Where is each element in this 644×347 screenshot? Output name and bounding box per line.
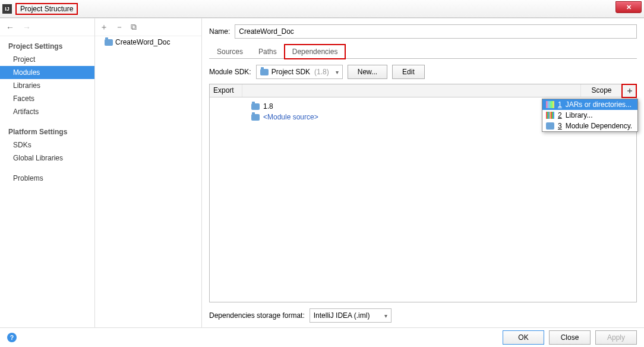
add-module-icon[interactable]: ＋ [100,22,108,33]
popup-item-jars[interactable]: 1 JARs or directories... [542,99,637,110]
sidebar-item-artifacts[interactable]: Artifacts [0,105,94,118]
platform-settings-head: Platform Settings [0,125,94,138]
name-label: Name: [209,27,230,36]
forward-icon[interactable]: → [23,23,31,32]
help-icon[interactable]: ? [7,333,17,342]
popup-label: Module Dependency. [566,122,633,130]
window-title: Project Structure [15,3,78,15]
app-icon: IJ [2,4,12,14]
project-settings-head: Project Settings [0,40,94,53]
edit-sdk-button[interactable]: Edit [392,65,425,79]
dep-header: Export Scope ＋ [210,84,636,97]
sidebar-item-libraries[interactable]: Libraries [0,79,94,92]
library-icon [546,112,554,119]
module-tree-panel: ＋ － ⧉ CreateWord_Doc [95,18,202,327]
popup-label: Library... [566,111,593,119]
sidebar-item-problems[interactable]: Problems [0,172,94,185]
tree-toolbar: ＋ － ⧉ [95,18,201,36]
sidebar: ← → Project Settings Project Modules Lib… [0,18,95,327]
dep-label: 1.8 [263,102,273,111]
copy-module-icon[interactable]: ⧉ [131,22,137,32]
remove-module-icon[interactable]: － [115,22,124,33]
close-icon[interactable] [615,1,642,13]
popup-item-library[interactable]: 2 Library... [542,110,637,121]
sidebar-item-global-libraries[interactable]: Global Libraries [0,152,94,165]
folder-icon [260,69,269,75]
add-dependency-popup: 1 JARs or directories... 2 Library... 3 … [542,99,638,132]
popup-shortcut: 3 [558,122,562,130]
sdk-version: (1.8) [314,68,329,76]
close-button[interactable]: Close [549,330,591,345]
apply-button[interactable]: Apply [595,330,637,345]
folder-icon [251,114,260,121]
add-dependency-button[interactable]: ＋ [622,84,636,97]
col-export[interactable]: Export [210,84,242,97]
storage-value: IntelliJ IDEA (.iml) [314,311,370,320]
footer: ? OK Close Apply [0,327,644,347]
tabs: Sources Paths Dependencies [209,45,637,59]
storage-format-combo[interactable]: IntelliJ IDEA (.iml) [310,308,392,323]
back-icon[interactable]: ← [6,23,14,32]
popup-label: JARs or directories... [566,100,632,109]
sdk-value: Project SDK [272,68,310,76]
new-sdk-button[interactable]: New... [348,65,387,79]
popup-shortcut: 1 [558,100,562,109]
sidebar-item-facets[interactable]: Facets [0,92,94,105]
storage-format-label: Dependencies storage format: [209,311,305,320]
ok-button[interactable]: OK [503,330,544,345]
sidebar-item-project[interactable]: Project [0,53,94,66]
col-name [242,84,580,97]
tab-dependencies[interactable]: Dependencies [285,45,346,59]
tab-paths[interactable]: Paths [251,45,285,58]
module-sdk-combo[interactable]: Project SDK (1.8) [256,65,343,79]
sidebar-item-modules[interactable]: Modules [0,66,94,79]
dep-label: <Module source> [263,113,318,121]
folder-icon [546,122,554,130]
tree-module-label: CreateWord_Doc [115,38,170,46]
name-field[interactable] [235,24,637,39]
tab-sources[interactable]: Sources [209,45,251,58]
tree-module-item[interactable]: CreateWord_Doc [95,36,201,48]
folder-icon [251,103,260,110]
col-scope[interactable]: Scope [580,84,622,97]
main-panel: Name: Sources Paths Dependencies Module … [202,18,644,327]
popup-shortcut: 2 [558,111,562,119]
titlebar: IJ Project Structure [0,0,644,18]
jar-icon [546,101,554,108]
sidebar-item-sdks[interactable]: SDKs [0,138,94,152]
module-sdk-label: Module SDK: [209,68,251,76]
popup-item-module-dep[interactable]: 3 Module Dependency. [542,121,637,131]
folder-icon [105,39,113,46]
nav-bar: ← → [0,18,94,36]
